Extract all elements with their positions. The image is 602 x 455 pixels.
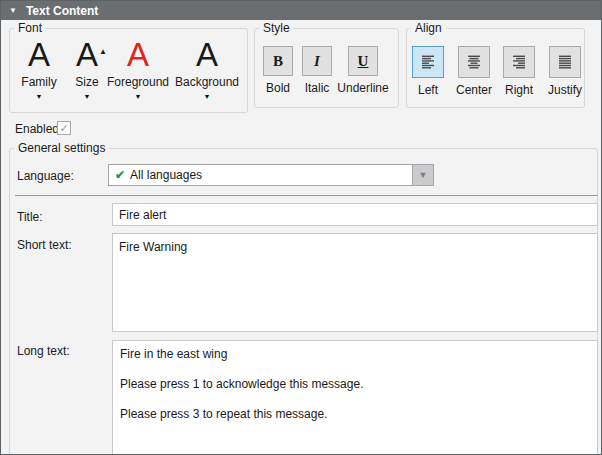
align-right-button[interactable]	[503, 46, 535, 78]
align-justify-button[interactable]	[549, 46, 581, 78]
section-divider	[15, 195, 598, 196]
align-justify-control: Justify	[544, 46, 586, 97]
short-text-input[interactable]	[112, 233, 598, 332]
font-group: Font A Family ▼ A▲ Size ▼ A Foreground ▼…	[9, 28, 248, 113]
enabled-label: Enabled:	[15, 122, 62, 136]
align-left-icon	[420, 55, 436, 69]
bold-icon: B	[273, 53, 283, 70]
align-center-control: Center	[453, 46, 495, 97]
font-foreground-label: Foreground	[107, 75, 169, 89]
underline-control: U Underline	[331, 46, 395, 95]
align-left-button[interactable]	[412, 46, 444, 78]
style-group-label: Style	[259, 21, 294, 35]
chevron-down-icon[interactable]: ▼	[204, 93, 211, 100]
language-dropdown[interactable]: ✔ All languages ▼	[108, 164, 434, 186]
language-check-icon: ✔	[115, 168, 125, 182]
font-foreground-button[interactable]: A Foreground ▼	[100, 37, 176, 100]
font-group-label: Font	[14, 21, 46, 35]
font-family-button[interactable]: A Family ▼	[13, 37, 65, 100]
font-background-button[interactable]: A Background ▼	[167, 37, 247, 100]
align-group: Align Left	[406, 28, 585, 108]
align-group-label: Align	[411, 21, 446, 35]
font-size-label: Size	[75, 75, 98, 89]
chevron-down-icon[interactable]: ▼	[84, 93, 91, 100]
long-text-line: Please press 1 to acknowledge this messa…	[120, 377, 590, 392]
language-value-text: All languages	[130, 168, 202, 182]
short-text-label: Short text:	[17, 238, 72, 252]
language-selected-value: ✔ All languages	[109, 165, 412, 185]
align-right-label: Right	[505, 83, 533, 97]
font-size-icon: A▲	[76, 37, 98, 73]
language-label: Language:	[17, 169, 74, 183]
checkmark-icon: ✓	[59, 122, 68, 135]
align-left-control: Left	[407, 46, 449, 97]
underline-icon: U	[358, 53, 369, 70]
bold-control: B Bold	[258, 46, 298, 95]
chevron-down-icon[interactable]: ▼	[36, 93, 43, 100]
align-justify-label: Justify	[548, 83, 582, 97]
collapse-triangle-icon[interactable]: ▼	[9, 6, 17, 15]
italic-label: Italic	[305, 81, 330, 95]
dropdown-arrow-icon: ▼	[419, 170, 428, 180]
long-text-line: Please press 3 to repeat this message.	[120, 407, 590, 422]
italic-icon: I	[314, 53, 320, 70]
text-content-panel: ▼ Text Content Font A Family ▼ A▲ Size ▼…	[0, 0, 602, 455]
underline-button[interactable]: U	[348, 46, 378, 76]
long-text-label: Long text:	[17, 344, 70, 358]
align-center-button[interactable]	[458, 46, 490, 78]
language-dropdown-button[interactable]: ▼	[412, 165, 433, 185]
general-settings-label: General settings	[14, 141, 109, 155]
chevron-down-icon[interactable]: ▼	[135, 93, 142, 100]
long-text-line: Fire in the east wing	[120, 347, 590, 362]
enabled-checkbox[interactable]: ✓	[57, 121, 71, 135]
align-right-icon	[511, 55, 527, 69]
panel-title: Text Content	[26, 4, 98, 18]
font-family-icon: A	[28, 37, 50, 73]
title-input[interactable]	[112, 203, 598, 226]
underline-label: Underline	[337, 81, 388, 95]
font-background-label: Background	[175, 75, 239, 89]
font-family-label: Family	[21, 75, 56, 89]
title-label: Title:	[17, 210, 43, 224]
foreground-color-icon: A	[127, 37, 149, 73]
style-group: Style B Bold I Italic U Underline	[254, 28, 399, 108]
align-center-icon	[466, 55, 482, 69]
panel-header[interactable]: ▼ Text Content	[1, 1, 601, 20]
align-justify-icon	[557, 55, 573, 69]
bold-label: Bold	[266, 81, 290, 95]
italic-button[interactable]: I	[302, 46, 332, 76]
background-color-icon: A	[196, 37, 218, 73]
bold-button[interactable]: B	[263, 46, 293, 76]
align-right-control: Right	[498, 46, 540, 97]
align-center-label: Center	[456, 83, 492, 97]
align-left-label: Left	[418, 83, 438, 97]
long-text-input[interactable]: Fire in the east wing Please press 1 to …	[112, 340, 598, 455]
